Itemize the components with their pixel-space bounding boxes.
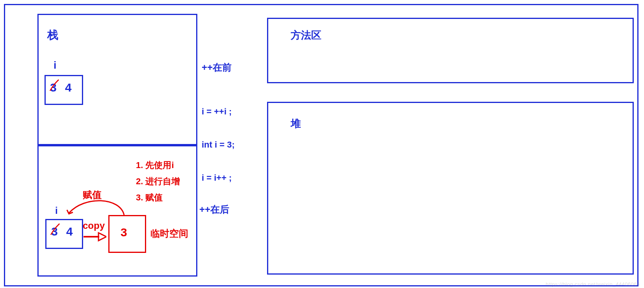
- watermark: https://blog.csdn.net/weixin_44406066: [546, 281, 640, 287]
- step-3: 3. 赋值: [136, 192, 163, 204]
- post-increment-label: ++在后: [199, 203, 229, 216]
- copy-arrow-icon: [83, 231, 106, 243]
- heap-box: [267, 102, 634, 275]
- temp-box: [108, 215, 146, 253]
- code-post-increment: i = i++ ;: [202, 173, 232, 183]
- var-i-bot-new: 4: [66, 225, 73, 238]
- step-2: 2. 进行自增: [136, 176, 180, 187]
- code-pre-increment: i = ++i ;: [202, 107, 232, 117]
- temp-label: 临时空间: [150, 227, 188, 240]
- temp-value: 3: [121, 226, 127, 239]
- svg-marker-1: [98, 233, 106, 241]
- assign-label: 赋值: [83, 189, 102, 201]
- method-area-label: 方法区: [291, 28, 321, 42]
- copy-label: copy: [83, 220, 105, 231]
- heap-label: 堆: [291, 117, 301, 131]
- code-declaration: int i = 3;: [202, 140, 235, 150]
- stack-label: 栈: [47, 28, 58, 43]
- var-i-top-name: i: [54, 59, 56, 71]
- pre-increment-label: ++在前: [202, 61, 232, 74]
- step-1: 1. 先使用i: [136, 159, 174, 171]
- var-i-top-old: 3: [50, 81, 57, 94]
- method-area-box: [267, 18, 634, 83]
- var-i-bot-name: i: [55, 205, 58, 216]
- var-i-top-new: 4: [65, 81, 72, 94]
- var-i-bot-old: 3: [51, 225, 58, 238]
